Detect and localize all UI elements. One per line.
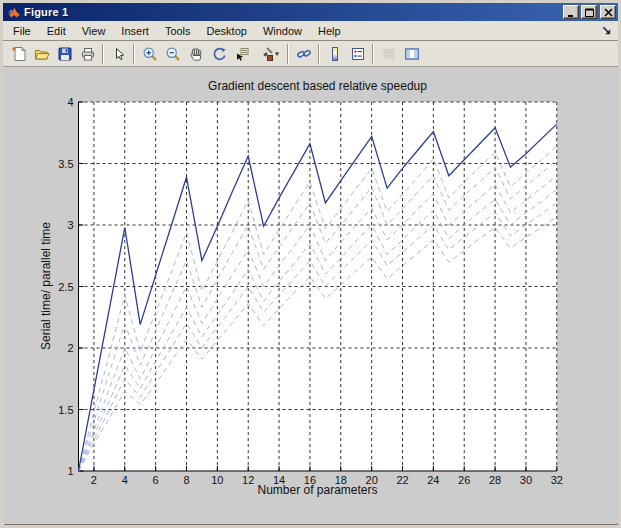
insert-colorbar-icon — [327, 46, 343, 62]
menu-edit[interactable]: Edit — [39, 22, 74, 40]
y-tick-label: 4 — [67, 96, 73, 108]
menu-tools[interactable]: Tools — [157, 22, 199, 40]
y-tick-label: 1.5 — [58, 404, 73, 416]
plot-area[interactable]: 246810121416182022242628303211.522.533.5… — [3, 67, 618, 523]
save-figure-button[interactable] — [53, 43, 76, 65]
insert-legend-icon — [350, 46, 366, 62]
dropdown-caret-icon[interactable]: ▾ — [275, 50, 279, 57]
maximize-button[interactable] — [581, 5, 597, 19]
chart-title: Gradient descent based relative speedup — [78, 79, 557, 93]
y-tick-label: 1 — [67, 465, 73, 477]
menu-help[interactable]: Help — [310, 22, 349, 40]
save-figure-icon — [57, 46, 73, 62]
close-icon — [604, 8, 613, 17]
window-controls — [563, 5, 616, 19]
brush-data-button[interactable]: ▾ — [253, 43, 284, 65]
new-figure-button[interactable] — [7, 43, 30, 65]
zoom-in-icon — [142, 46, 158, 62]
minimize-icon — [567, 8, 576, 17]
pan-button[interactable] — [184, 43, 207, 65]
toolbar-separator — [372, 44, 374, 64]
data-cursor-icon — [234, 46, 250, 62]
zoom-out-button[interactable] — [161, 43, 184, 65]
maximize-icon — [585, 8, 594, 17]
zoom-out-icon — [165, 46, 181, 62]
menu-insert[interactable]: Insert — [113, 22, 157, 40]
brush-data-icon — [258, 46, 274, 62]
dock-figure-arrow-icon — [601, 25, 612, 36]
hide-plot-tools-button — [377, 43, 400, 65]
dock-figure-button[interactable] — [597, 23, 615, 39]
print-figure-icon — [80, 46, 96, 62]
insert-colorbar-button[interactable] — [323, 43, 346, 65]
y-tick-label: 3 — [67, 219, 73, 231]
toolbar-separator — [102, 44, 104, 64]
pan-icon — [188, 46, 204, 62]
y-tick-label: 2.5 — [58, 281, 73, 293]
open-file-icon — [34, 46, 50, 62]
open-file-button[interactable] — [30, 43, 53, 65]
y-tick-label: 2 — [67, 342, 73, 354]
data-cursor-button[interactable] — [230, 43, 253, 65]
rotate-3d-button[interactable] — [207, 43, 230, 65]
toolbar-separator — [133, 44, 135, 64]
titlebar[interactable]: Figure 1 — [3, 3, 618, 21]
figure-canvas: 246810121416182022242628303211.522.533.5… — [3, 67, 618, 523]
link-plot-button[interactable] — [292, 43, 315, 65]
toolbar: ▾ — [3, 41, 618, 67]
figure-window: Figure 1 FileEditViewInsertToolsDesktopW… — [0, 0, 621, 528]
rotate-3d-icon — [211, 46, 227, 62]
show-plot-tools-icon — [404, 46, 420, 62]
minimize-button[interactable] — [563, 5, 579, 19]
zoom-in-button[interactable] — [138, 43, 161, 65]
edit-plot-button[interactable] — [107, 43, 130, 65]
menu-desktop[interactable]: Desktop — [199, 22, 255, 40]
edit-plot-icon — [111, 46, 127, 62]
new-figure-icon — [11, 46, 27, 62]
show-plot-tools-button[interactable] — [400, 43, 423, 65]
menu-bar: FileEditViewInsertToolsDesktopWindowHelp — [3, 21, 618, 41]
toolbar-separator — [318, 44, 320, 64]
close-button[interactable] — [600, 5, 616, 19]
y-tick-label: 3.5 — [58, 158, 73, 170]
print-figure-button[interactable] — [76, 43, 99, 65]
hide-plot-tools-icon — [381, 46, 397, 62]
menu-file[interactable]: File — [5, 22, 39, 40]
menu-view[interactable]: View — [74, 22, 114, 40]
toolbar-separator — [287, 44, 289, 64]
plot-background — [79, 102, 557, 471]
y-axis-label: Serial time/ parallel time — [39, 222, 53, 350]
menu-window[interactable]: Window — [255, 22, 310, 40]
x-axis-label: Number of parameters — [78, 483, 557, 497]
window-title: Figure 1 — [24, 6, 563, 18]
matlab-logo-icon — [6, 5, 21, 20]
insert-legend-button[interactable] — [346, 43, 369, 65]
link-plot-icon — [296, 46, 312, 62]
